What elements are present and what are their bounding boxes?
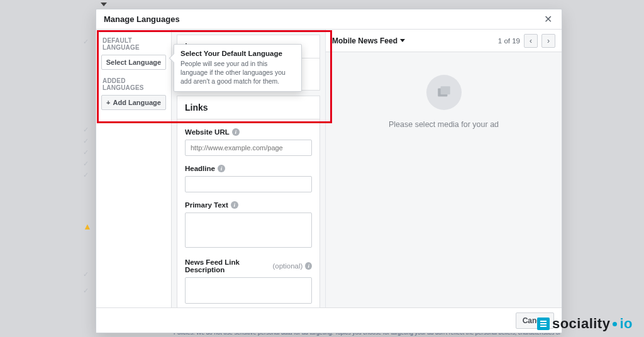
select-language-button[interactable]: Select Language: [101, 55, 166, 70]
modal-footer: Cancel: [96, 307, 562, 333]
add-language-label: Add Language: [113, 99, 161, 106]
sociality-watermark: socialityio: [537, 316, 633, 332]
info-icon[interactable]: i: [305, 262, 312, 270]
tooltip-title: Select Your Default Language: [180, 50, 295, 57]
modal-body: DEFAULT LANGUAGE Select Language ADDED L…: [96, 30, 562, 307]
links-card: Links Website URL i Headline i Primary T…: [177, 96, 320, 307]
placement-label: Mobile News Feed: [332, 36, 397, 45]
link-description-label: News Feed Link Description (optional) i: [185, 258, 312, 273]
media-placeholder-icon: [426, 75, 462, 110]
placement-selector[interactable]: Mobile News Feed: [332, 36, 405, 45]
select-language-label: Select Language: [106, 58, 161, 66]
step-check-icon: ✓: [83, 287, 89, 295]
languages-sidebar: DEFAULT LANGUAGE Select Language ADDED L…: [96, 30, 172, 307]
added-languages-label: ADDED LANGUAGES: [103, 77, 166, 91]
step-check-icon: ✓: [83, 270, 89, 279]
pager-next-button[interactable]: ›: [541, 34, 555, 48]
primary-text-input[interactable]: [185, 213, 312, 248]
default-language-label: DEFAULT LANGUAGE: [103, 37, 166, 51]
preview-toolbar: Mobile News Feed 1 of 19 ‹ ›: [326, 30, 562, 52]
links-heading: Links: [177, 96, 319, 119]
manage-languages-modal: Manage Languages ✕ DEFAULT LANGUAGE Sele…: [96, 9, 562, 333]
preview-body: Please select media for your ad: [326, 52, 562, 307]
modal-header: Manage Languages ✕: [96, 9, 562, 30]
tooltip-body: People will see your ad in this language…: [180, 59, 295, 86]
close-button[interactable]: ✕: [541, 13, 554, 26]
website-url-input[interactable]: [185, 140, 312, 156]
chevron-down-icon: [400, 39, 405, 42]
step-check-icon: ✓: [83, 126, 89, 134]
step-check-icon: ✓: [83, 171, 89, 179]
headline-input[interactable]: [185, 176, 312, 192]
dot-icon: [613, 322, 617, 326]
preview-placeholder-text: Please select media for your ad: [389, 120, 499, 129]
warning-icon: ▲: [83, 221, 92, 231]
step-check-icon: ✓: [83, 38, 89, 46]
sociality-logo-icon: [537, 318, 550, 330]
ad-preview-column: Mobile News Feed 1 of 19 ‹ › Please sele…: [326, 30, 562, 307]
link-description-input[interactable]: [185, 277, 312, 304]
info-icon[interactable]: i: [232, 128, 240, 136]
info-icon[interactable]: i: [231, 201, 238, 209]
modal-title: Manage Languages: [104, 14, 180, 24]
collapsed-panel-caret[interactable]: [101, 3, 107, 9]
step-check-icon: ✓: [83, 148, 89, 157]
default-language-tooltip: Select Your Default Language People will…: [174, 44, 302, 92]
step-check-icon: ✓: [83, 137, 89, 145]
headline-label: Headline i: [185, 165, 312, 172]
add-language-button[interactable]: + Add Language: [101, 95, 166, 110]
pager-prev-button[interactable]: ‹: [524, 34, 538, 48]
website-url-label: Website URL i: [185, 128, 312, 136]
step-check-icon: ✓: [83, 160, 89, 168]
pager-text: 1 of 19: [498, 37, 520, 45]
info-icon[interactable]: i: [218, 165, 225, 172]
svg-rect-1: [440, 86, 450, 94]
primary-text-label: Primary Text i: [185, 201, 312, 209]
preview-pager: 1 of 19 ‹ ›: [498, 34, 555, 48]
plus-icon: +: [106, 99, 110, 106]
